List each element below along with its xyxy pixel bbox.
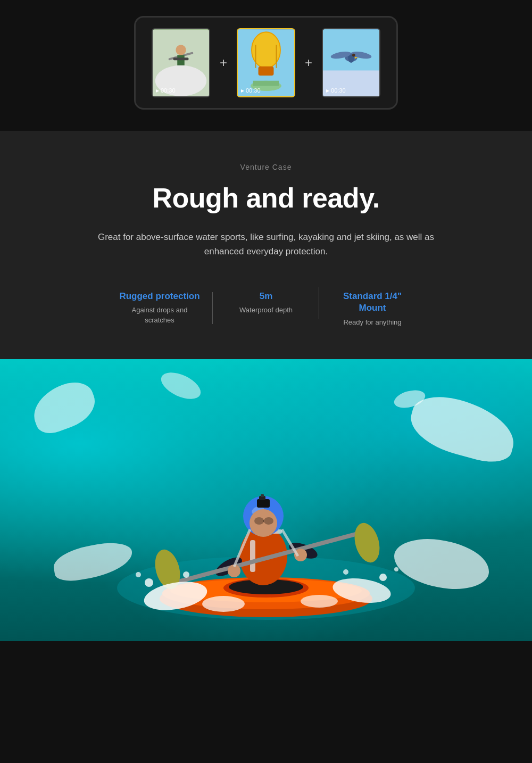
feature-rugged-title: Rugged protection [117, 291, 202, 302]
svg-point-58 [343, 569, 348, 575]
plus-icon-1: + [220, 55, 227, 70]
clip-time-2: 00:30 [241, 87, 261, 94]
svg-rect-44 [257, 499, 270, 508]
svg-point-52 [301, 595, 338, 608]
clip-time-3: 00:30 [326, 87, 346, 94]
info-section: Venture Case Rough and ready. Great for … [0, 131, 532, 359]
svg-rect-11 [259, 67, 274, 76]
svg-point-53 [145, 578, 153, 587]
feature-rugged: Rugged protection Against drops and scra… [106, 285, 213, 330]
description-text: Great for above-surface water sports, li… [80, 230, 452, 259]
feature-mount-desc: Ready for anything [330, 318, 415, 327]
feature-waterproof-desc: Waterproof depth [223, 305, 309, 315]
svg-point-42 [264, 517, 273, 525]
svg-rect-46 [261, 494, 264, 497]
svg-rect-29 [250, 540, 255, 572]
features-row: Rugged protection Against drops and scra… [106, 285, 426, 332]
svg-point-56 [394, 567, 398, 571]
feature-rugged-desc: Against drops and scratches [117, 305, 202, 325]
svg-rect-5 [173, 57, 189, 60]
feature-waterproof: 5m Waterproof depth [213, 285, 319, 320]
plus-icon-2: + [305, 55, 312, 70]
video-clip-1[interactable]: 00:30 [152, 28, 210, 97]
feature-mount: Standard 1/4" Mount Ready for anything [319, 285, 426, 332]
video-clip-3[interactable]: 00:30 [322, 28, 380, 97]
top-section: 00:30 + 00:30 + [0, 0, 532, 131]
clip-time-1: 00:30 [156, 87, 176, 94]
svg-point-3 [176, 45, 186, 55]
svg-rect-4 [177, 55, 184, 65]
svg-point-35 [351, 520, 384, 565]
kayaker-illustration [106, 386, 426, 641]
kayak-section [0, 359, 532, 641]
bottom-bar [0, 641, 532, 678]
clip-thumbnail-1 [153, 29, 209, 96]
svg-point-20 [352, 54, 355, 57]
svg-point-54 [136, 572, 141, 577]
feature-mount-title: Standard 1/4" Mount [330, 291, 415, 314]
svg-point-55 [379, 574, 387, 581]
clip-thumbnail-2 [238, 29, 294, 96]
clip-thumbnail-3 [323, 29, 379, 96]
feature-waterproof-title: 5m [223, 291, 309, 302]
product-label: Venture Case [43, 163, 489, 171]
phone-frame: 00:30 + 00:30 + [134, 16, 398, 110]
svg-rect-43 [263, 520, 264, 522]
main-heading: Rough and ready. [43, 182, 489, 214]
svg-point-57 [183, 571, 189, 578]
video-clip-2[interactable]: 00:30 [237, 28, 295, 97]
svg-point-51 [202, 596, 245, 612]
svg-point-41 [254, 517, 264, 525]
svg-rect-13 [253, 81, 279, 86]
svg-point-40 [250, 509, 277, 537]
